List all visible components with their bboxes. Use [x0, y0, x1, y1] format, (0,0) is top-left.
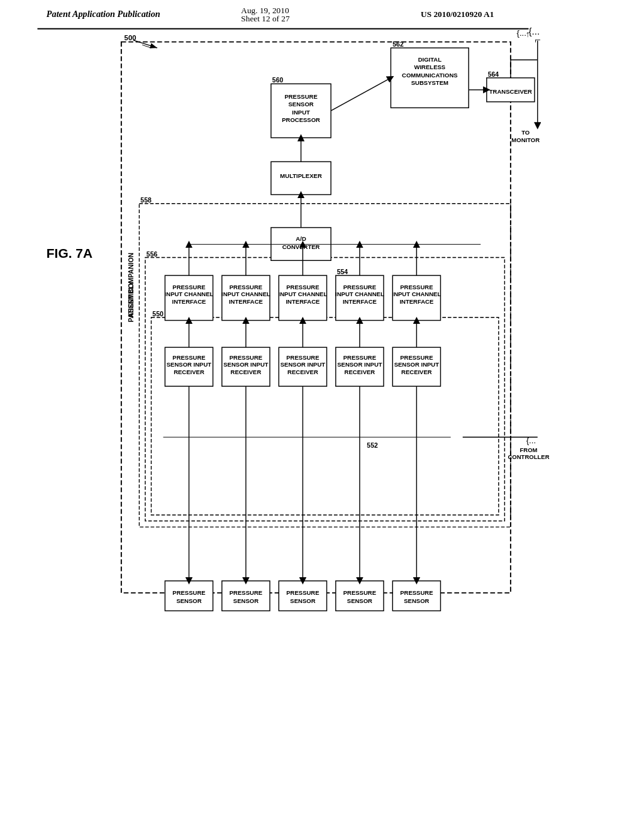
sen3-text2: SENSOR: [290, 597, 315, 604]
figure-label: FIG. 7A: [47, 246, 92, 260]
ch4-text1: PRESSURE: [343, 284, 376, 290]
rcv3-text1: PRESSURE: [286, 354, 319, 361]
ch1-text1: PRESSURE: [172, 284, 205, 290]
label-562: 562: [392, 41, 404, 48]
header-right: US 2010/0210920 A1: [421, 9, 494, 19]
rcv5-text3: RECEIVER: [401, 368, 432, 375]
transceiver-text: TRANSCEIVER: [489, 88, 532, 95]
rcv4-text3: RECEIVER: [345, 368, 375, 375]
rcv5-text2: SENSOR INPUT: [394, 361, 440, 368]
ch2-text1: PRESSURE: [230, 284, 262, 290]
label-564: 564: [488, 71, 499, 78]
ch1-text3: INTERFACE: [172, 298, 206, 305]
from-controller-label1: FROM: [519, 446, 537, 453]
sen4-text2: SENSOR: [347, 597, 372, 604]
ch5-text2: INPUT CHANNEL: [392, 290, 441, 297]
header-left: Patent Application Publication: [47, 9, 160, 19]
digital-text2: WIRELESS: [414, 64, 445, 70]
sen1-text1: PRESSURE: [172, 589, 205, 596]
rcv1-text2: SENSOR INPUT: [167, 361, 212, 368]
rcv4-text2: SENSOR INPUT: [337, 361, 382, 368]
ch4-text2: INPUT CHANNEL: [335, 290, 384, 297]
from-controller-label2: CONTROLLER: [508, 453, 549, 460]
sen1-text2: SENSOR: [176, 597, 201, 604]
mux-text1: MULTIPLEXER: [280, 172, 322, 179]
ch3-text3: INTERFACE: [286, 298, 319, 305]
processor-text4: PROCESSOR: [282, 116, 320, 123]
label-556: 556: [147, 251, 158, 258]
adc-text1: A/D: [296, 235, 306, 242]
ch2-text2: INPUT CHANNEL: [221, 290, 270, 297]
digital-text1: DIGITAL: [418, 56, 442, 63]
processor-text3: INPUT: [292, 109, 310, 116]
dots-top: {...: [516, 28, 526, 38]
label-550: 550: [152, 311, 164, 318]
cont-dots-tr: {...: [528, 26, 540, 36]
header-sheet: Sheet 12 of 27: [241, 14, 290, 23]
rcv3-text2: SENSOR INPUT: [280, 361, 326, 368]
conn-proc-digital: [331, 78, 391, 111]
ch5-text1: PRESSURE: [400, 284, 433, 290]
ch5-text3: INTERFACE: [399, 298, 433, 305]
sen4-text1: PRESSURE: [343, 589, 376, 596]
rcv2-text1: PRESSURE: [230, 354, 262, 361]
sen5-text2: SENSOR: [404, 597, 429, 604]
ch2-text3: INTERFACE: [229, 298, 263, 305]
ch4-text3: INTERFACE: [343, 298, 377, 305]
rcv1-text3: RECEIVER: [174, 368, 204, 375]
digital-text3: COMMUNICATIONS: [402, 72, 458, 79]
processor-text2: SENSOR: [288, 101, 313, 108]
processor-text1: PRESSURE: [284, 93, 317, 100]
arrow-500: [133, 40, 157, 48]
label-554: 554: [337, 268, 348, 275]
digital-text4: SUBSYSTEM: [411, 79, 448, 86]
ch1-text2: INPUT CHANNEL: [165, 290, 214, 297]
patient-companion-label2: ASSEMBLY: [128, 282, 135, 318]
rcv3-text3: RECEIVER: [287, 368, 318, 375]
ch3-text2: INPUT CHANNEL: [279, 290, 328, 297]
rcv1-text1: PRESSURE: [172, 354, 205, 361]
rcv2-text2: SENSOR INPUT: [223, 361, 269, 368]
rcv5-text1: PRESSURE: [400, 354, 433, 361]
sen2-text1: PRESSURE: [230, 589, 262, 596]
ch3-text1: PRESSURE: [286, 284, 319, 290]
sen3-text1: PRESSURE: [286, 589, 319, 596]
to-monitor-label1: TO: [521, 129, 530, 136]
sen5-text1: PRESSURE: [400, 589, 433, 596]
label-552: 552: [367, 442, 378, 449]
sen2-text2: SENSOR: [233, 597, 258, 604]
rcv4-text1: PRESSURE: [343, 354, 376, 361]
rcv2-text3: RECEIVER: [231, 368, 262, 375]
dots-br: {...: [526, 436, 536, 445]
to-monitor-label2: MONITOR: [511, 136, 540, 143]
label-558: 558: [140, 197, 152, 204]
label-560: 560: [272, 77, 284, 84]
page: Patent Application Publication Aug. 19, …: [0, 0, 644, 830]
